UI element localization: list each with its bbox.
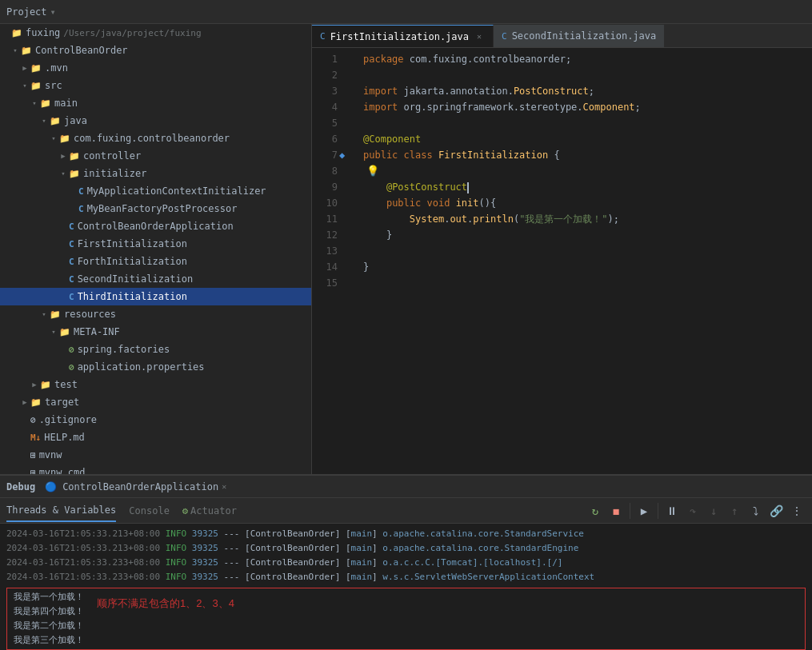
sidebar-item-test[interactable]: ▶📁test [0,376,311,393]
sidebar-item-firstinit[interactable]: CFirstInitialization [0,235,311,253]
sidebar-item-com-fuxing[interactable]: ▾📁com.fuxing.controlbeanorder [0,130,311,147]
sidebar-item-resources[interactable]: ▾📁resources [0,305,311,323]
debug-btn-stop[interactable]: ◼ [607,502,625,520]
hl-line-hl4: 我是第三个加载！ [14,633,84,648]
debug-session-tab[interactable]: 🔵 ControlBeanOrderApplication ✕ [45,481,226,492]
label-src: src [45,80,62,91]
tab-icon-firstinit-tab: C [320,31,326,42]
sidebar-item-fuxing-root[interactable]: 📁fuxing/Users/java/project/fuxing [0,24,311,42]
debug-btn-restart[interactable]: ↻ [586,502,604,520]
sidebar-item-src[interactable]: ▾📁src [0,77,311,94]
sidebar-item-secondinit[interactable]: CSecondInitialization [0,270,311,288]
arrow-controller[interactable]: ▶ [58,152,69,160]
tab-firstinit-tab[interactable]: C FirstInitialization.java ✕ [312,25,494,47]
highlighted-lines: 我是第一个加载！我是第四个加载！我是第二个加载！我是第三个加载！ [14,590,84,648]
label-controller: controller [83,150,141,162]
label-firstinit: FirstInitialization [78,238,187,249]
label-mvnw: mvnw [39,449,62,461]
sidebar-item-initializer[interactable]: ▾📁initializer [0,165,311,182]
sidebar-item-target[interactable]: ▶📁target [0,393,311,411]
sidebar-item-spring-factories[interactable]: ⊘spring.factories [0,341,311,358]
arrow-target[interactable]: ▶ [19,398,30,406]
bottom-panel: Debug 🔵 ControlBeanOrderApplication ✕ Th… [0,474,812,650]
sidebar-item-gitignore[interactable]: ⊘.gitignore [0,411,311,429]
debug-label: Debug [6,481,35,492]
label-spring-factories: spring.factories [78,344,170,355]
highlighted-output-box: 我是第一个加载！我是第四个加载！我是第二个加载！我是第三个加载！顺序不满足包含的… [6,588,806,650]
sidebar-item-mvnw-cmd[interactable]: ⊞mvnw.cmd [0,464,311,474]
line-num-1: 1 [312,51,338,67]
arrow-mvn[interactable]: ▶ [19,64,30,72]
icon-target: 📁 [30,397,42,408]
sidebar-item-thirdinit[interactable]: CThirdInitialization [0,288,311,305]
code-line-7: public class FirstInitialization {◆ [363,147,812,163]
label-java: java [64,115,87,126]
code-lines: package com.fuxing.controlbeanorder; imp… [360,48,812,474]
debug-btn-run-to-cursor[interactable]: ⤵ [746,502,764,520]
debug-btn-evaluate[interactable]: 🔗 [767,502,785,520]
sidebar-item-help-md[interactable]: M↓HELP.md [0,429,311,446]
debug-btn-pause[interactable]: ⏸ [663,502,681,520]
sidebar-item-meta-inf[interactable]: ▾📁META-INF [0,323,311,341]
code-line-5 [363,115,812,131]
code-line-9: @PostConstruct [363,179,812,195]
sidebar-item-mybean[interactable]: CMyBeanFactoryPostProcessor [0,200,311,217]
debug-btn-more[interactable]: ⋮ [788,502,806,520]
arrow-com-fuxing[interactable]: ▾ [48,134,59,142]
tab-secondinit-tab[interactable]: C SecondInitialization.java [494,25,665,47]
tab-label-secondinit-tab: SecondInitialization.java [512,30,657,42]
sidebar-item-controlbeanapp[interactable]: CControlBeanOrderApplication [0,217,311,235]
hl-line-hl2: 我是第四个加载！ [14,604,84,619]
debug-tab-actuator[interactable]: ⚙Actuator [182,500,237,522]
sidebar-item-controlbeanorder[interactable]: ▾📁ControlBeanOrder [0,42,311,59]
sidebar-item-app-props[interactable]: ⊘application.properties [0,358,311,376]
code-line-2 [363,67,812,83]
arrow-initializer[interactable]: ▾ [58,169,69,177]
sidebar-item-forthinit[interactable]: CForthInitialization [0,253,311,270]
log-line-log4: 2024-03-16T21:05:33.233+08:00 INFO 39325… [6,570,806,584]
sidebar-item-main[interactable]: ▾📁main [0,94,311,112]
line-num-7: 7 [312,147,338,163]
arrow-test[interactable]: ▶ [29,381,40,389]
project-label[interactable]: Project [6,6,47,18]
debug-tab-label-actuator: Actuator [190,505,237,516]
sidebar-item-mvnw[interactable]: ⊞mvnw [0,446,311,464]
run-to-cursor-icon: ⤵ [753,504,758,517]
sidebar-item-controller[interactable]: ▶📁controller [0,147,311,165]
label-controlbeanapp: ControlBeanOrderApplication [78,221,234,232]
label-test: test [54,379,78,390]
sidebar-item-mvn[interactable]: ▶📁.mvn [0,59,311,77]
icon-test: 📁 [40,380,51,390]
tab-close-firstinit-tab[interactable]: ✕ [474,31,485,42]
line-num-11: 11 [312,211,338,227]
code-editor: 123456789101112131415 package com.fuxing… [312,48,812,474]
line-num-10: 10 [312,195,338,211]
editor-area: C FirstInitialization.java ✕ C SecondIni… [312,24,812,474]
arrow-main[interactable]: ▾ [29,99,40,107]
debug-session-close[interactable]: ✕ [222,482,226,491]
evaluate-icon: 🔗 [770,504,783,517]
debug-btn-resume[interactable]: ▶ [635,502,653,520]
arrow-resources[interactable]: ▾ [38,310,50,318]
sidebar-item-java[interactable]: ▾📁java [0,112,311,130]
label-resources: resources [64,309,116,320]
arrow-meta-inf[interactable]: ▾ [48,328,59,336]
debug-tab-threads-vars[interactable]: Threads & Variables [6,500,116,522]
label-forthinit: ForthInitialization [78,256,187,267]
annotation: 顺序不满足包含的1、2、3、4 [97,590,234,611]
sidebar-item-myappcontext[interactable]: CMyApplicationContextInitializer [0,182,311,200]
arrow-java[interactable]: ▾ [38,117,50,125]
label-fuxing-root: fuxing [26,27,60,38]
stop-icon: ◼ [613,504,619,517]
debug-tab-console[interactable]: Console [129,500,170,522]
arrow-controlbeanorder[interactable]: ▾ [10,46,21,54]
log-line-log3: 2024-03-16T21:05:33.233+08:00 INFO 39325… [6,556,806,570]
icon-resources: 📁 [50,309,61,320]
label-myappcontext: MyApplicationContextInitializer [87,185,266,197]
icon-mvnw: ⊞ [30,450,36,461]
code-line-15 [363,275,812,291]
log-line-log1: 2024-03-16T21:05:33.213+08:00 INFO 39325… [6,527,806,541]
breakpoint-marker-7[interactable]: ◆ [339,147,345,163]
arrow-src[interactable]: ▾ [19,82,30,90]
line-num-8: 8 [312,163,338,179]
